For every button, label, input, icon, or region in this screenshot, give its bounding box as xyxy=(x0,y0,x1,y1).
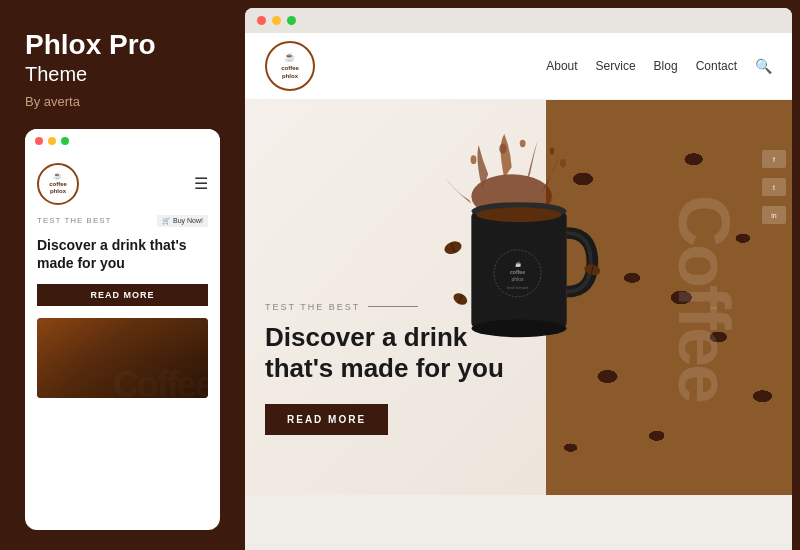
hero-heading: Discover a drink that's made for you xyxy=(265,322,504,384)
svg-text:fresh brewed: fresh brewed xyxy=(507,286,528,290)
mobile-content-area: ☕ coffee phlox ☰ TEST THE BEST 🛒 Buy Now… xyxy=(25,153,220,530)
svg-point-5 xyxy=(560,159,566,168)
mobile-preview-card: ☕ coffee phlox ☰ TEST THE BEST 🛒 Buy Now… xyxy=(25,129,220,530)
left-panel: Phlox Pro Theme By averta ☕ coffee phlox… xyxy=(0,0,245,550)
hero-tagline: TEST THE BEST xyxy=(265,302,504,312)
theme-subtitle: Theme xyxy=(25,63,220,86)
browser-dot-green xyxy=(287,16,296,25)
browser-preview: ☕ coffee phlox About Service Blog Contac… xyxy=(245,8,792,550)
svg-text:☕: ☕ xyxy=(515,261,522,268)
svg-text:coffee: coffee xyxy=(510,269,525,275)
mobile-dot-green xyxy=(61,137,69,145)
hero-section: Coffee f t in xyxy=(245,100,792,495)
theme-title-group: Phlox Pro Theme By averta xyxy=(25,30,220,109)
mobile-read-more-button[interactable]: READ MORE xyxy=(37,284,208,306)
site-nav-links: About Service Blog Contact 🔍 xyxy=(546,58,772,74)
nav-about[interactable]: About xyxy=(546,59,577,73)
nav-contact[interactable]: Contact xyxy=(696,59,737,73)
facebook-icon[interactable]: f xyxy=(762,150,786,168)
svg-point-9 xyxy=(477,207,562,222)
mobile-logo: ☕ coffee phlox xyxy=(37,163,79,205)
browser-bar xyxy=(245,8,792,33)
nav-service[interactable]: Service xyxy=(596,59,636,73)
mobile-hamburger-icon[interactable]: ☰ xyxy=(194,174,208,193)
site-navigation: ☕ coffee phlox About Service Blog Contac… xyxy=(245,33,792,100)
social-sidebar: f t in xyxy=(762,150,786,224)
svg-point-2 xyxy=(499,144,506,154)
theme-by: By averta xyxy=(25,94,220,109)
hero-tagline-line xyxy=(368,306,418,307)
svg-point-3 xyxy=(520,140,526,147)
search-icon[interactable]: 🔍 xyxy=(755,58,772,74)
hero-read-more-button[interactable]: READ MORE xyxy=(265,404,388,435)
svg-text:phlox: phlox xyxy=(511,276,524,282)
browser-content: ☕ coffee phlox About Service Blog Contac… xyxy=(245,33,792,550)
mobile-window-dots xyxy=(25,129,220,153)
mobile-top-row: TEST THE BEST 🛒 Buy Now! xyxy=(37,215,208,232)
buy-now-label: Buy Now! xyxy=(173,217,203,224)
mobile-buy-now-badge: 🛒 Buy Now! xyxy=(157,215,208,227)
hero-heading-line2: that's made for you xyxy=(265,353,504,383)
hero-text-area: TEST THE BEST Discover a drink that's ma… xyxy=(265,302,504,435)
linkedin-icon[interactable]: in xyxy=(762,206,786,224)
nav-blog[interactable]: Blog xyxy=(654,59,678,73)
twitter-icon[interactable]: t xyxy=(762,178,786,196)
mobile-coffee-image: Coffee xyxy=(37,318,208,398)
mobile-tagline: TEST THE BEST xyxy=(37,216,112,225)
svg-point-1 xyxy=(471,155,477,164)
mobile-dot-yellow xyxy=(48,137,56,145)
mobile-dot-red xyxy=(35,137,43,145)
browser-dot-yellow xyxy=(272,16,281,25)
hero-tagline-text: TEST THE BEST xyxy=(265,302,360,312)
site-logo: ☕ coffee phlox xyxy=(265,41,315,91)
browser-dot-red xyxy=(257,16,266,25)
mobile-hero-heading: Discover a drink that's made for you xyxy=(37,236,208,272)
hero-heading-line1: Discover a drink xyxy=(265,322,467,352)
mobile-nav: ☕ coffee phlox ☰ xyxy=(37,163,208,205)
svg-point-4 xyxy=(550,147,554,154)
cart-icon: 🛒 xyxy=(162,217,171,224)
theme-title: Phlox Pro xyxy=(25,30,220,61)
